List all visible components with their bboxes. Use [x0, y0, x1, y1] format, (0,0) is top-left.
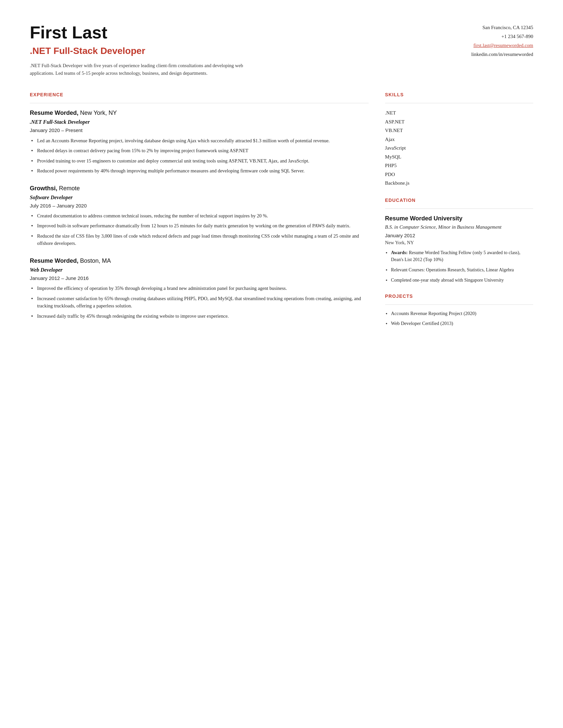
edu-bullet-2: Relevant Courses: Operations Research, S…: [385, 266, 533, 273]
bullet-item: Increased customer satisfaction by 65% t…: [30, 295, 369, 310]
project-item-2: Web Developer Certified (2013): [385, 320, 533, 327]
contact-phone: +1 234 567-890: [441, 32, 533, 41]
job-2-company: Growthsi, Remote: [30, 184, 369, 193]
skill-item: MySQL: [385, 153, 533, 161]
skills-section: SKILLS .NET ASP.NET VB.NET Ajax JavaScri…: [385, 91, 533, 188]
skills-list: .NET ASP.NET VB.NET Ajax JavaScript MySQ…: [385, 109, 533, 188]
skill-item: ASP.NET: [385, 117, 533, 126]
education-divider: [385, 208, 533, 209]
candidate-name: First Last: [30, 23, 441, 42]
edu-degree: B.S. in Computer Science, Minor in Busin…: [385, 224, 533, 231]
contact-linkedin: linkedin.com/in/resumeworded: [441, 50, 533, 59]
edu-location: New York, NY: [385, 239, 533, 247]
skill-item: JavaScript: [385, 144, 533, 153]
bullet-item: Created documentation to address common …: [30, 212, 369, 219]
skills-divider: [385, 103, 533, 103]
bullet-item: Reduced power requirements by 40% throug…: [30, 167, 369, 174]
header-section: First Last .NET Full-Stack Developer .NE…: [30, 23, 533, 77]
contact-address: San Francisco, CA 12345: [441, 23, 533, 32]
job-1-role: .NET Full-Stack Developer: [30, 118, 369, 126]
bullet-item: Led an Accounts Revenue Reporting projec…: [30, 137, 369, 144]
education-block: Resume Worded University B.S. in Compute…: [385, 214, 533, 284]
bullet-item: Improved the efficiency of operation by …: [30, 285, 369, 292]
bullet-item: Increased daily traffic by 45% through r…: [30, 312, 369, 320]
edu-school: Resume Worded University: [385, 214, 533, 223]
edu-bullet-1: Awards: Resume Worded Teaching Fellow (o…: [385, 249, 533, 263]
skill-item: PHP5: [385, 161, 533, 170]
edu-bullets: Awards: Resume Worded Teaching Fellow (o…: [385, 249, 533, 284]
job-1-company: Resume Worded, New York, NY: [30, 109, 369, 117]
projects-section: PROJECTS Accounts Revenue Reporting Proj…: [385, 293, 533, 327]
header-right: San Francisco, CA 12345 +1 234 567-890 f…: [441, 23, 533, 59]
skill-item: .NET: [385, 109, 533, 117]
bullet-item: Reduced the size of CSS files by 3,000 l…: [30, 232, 369, 247]
project-item-1: Accounts Revenue Reporting Project (2020…: [385, 310, 533, 317]
bullet-item: Provided training to over 15 engineers t…: [30, 157, 369, 164]
job-3-dates: January 2012 – June 2016: [30, 275, 369, 282]
job-1-dates: January 2020 – Present: [30, 127, 369, 134]
edu-bullet-1-text: Resume Worded Teaching Fellow (only 5 aw…: [391, 250, 521, 262]
contact-email[interactable]: first.last@resumeworded.com: [474, 43, 533, 48]
job-2: Growthsi, Remote Software Developer July…: [30, 184, 369, 247]
edu-bullet-3-text: Completed one-year study abroad with Sin…: [391, 278, 504, 283]
job-2-role: Software Developer: [30, 194, 369, 202]
job-3: Resume Worded, Boston, MA Web Developer …: [30, 256, 369, 320]
job-1: Resume Worded, New York, NY .NET Full-St…: [30, 109, 369, 174]
education-label: EDUCATION: [385, 197, 533, 204]
job-3-bullets: Improved the efficiency of operation by …: [30, 285, 369, 320]
bullet-item: Improved built-in software performance d…: [30, 222, 369, 229]
skill-item: Ajax: [385, 135, 533, 144]
bullet-item: Reduced delays in contract delivery paci…: [30, 147, 369, 154]
job-2-dates: July 2016 – January 2020: [30, 202, 369, 210]
edu-bullet-3: Completed one-year study abroad with Sin…: [385, 277, 533, 284]
edu-bullet-1-label: Awards:: [391, 250, 408, 255]
right-column: SKILLS .NET ASP.NET VB.NET Ajax JavaScri…: [385, 90, 533, 705]
skill-item: VB.NET: [385, 126, 533, 135]
projects-divider: [385, 304, 533, 305]
edu-bullet-2-text: Relevant Courses: Operations Research, S…: [391, 267, 514, 272]
experience-divider: [30, 103, 369, 103]
job-1-bullets: Led an Accounts Revenue Reporting projec…: [30, 137, 369, 175]
skills-label: SKILLS: [385, 91, 533, 98]
projects-label: PROJECTS: [385, 293, 533, 300]
left-column: EXPERIENCE Resume Worded, New York, NY .…: [30, 90, 369, 705]
education-section: EDUCATION Resume Worded University B.S. …: [385, 197, 533, 284]
main-body: EXPERIENCE Resume Worded, New York, NY .…: [30, 90, 533, 705]
job-3-company: Resume Worded, Boston, MA: [30, 256, 369, 265]
resume-page: First Last .NET Full-Stack Developer .NE…: [0, 0, 563, 728]
job-3-role: Web Developer: [30, 266, 369, 274]
candidate-title: .NET Full-Stack Developer: [30, 44, 441, 58]
header-left: First Last .NET Full-Stack Developer .NE…: [30, 23, 441, 77]
experience-label: EXPERIENCE: [30, 91, 369, 98]
skill-item: PDO: [385, 170, 533, 179]
experience-section: EXPERIENCE Resume Worded, New York, NY .…: [30, 91, 369, 320]
job-2-bullets: Created documentation to address common …: [30, 212, 369, 247]
projects-list: Accounts Revenue Reporting Project (2020…: [385, 310, 533, 327]
candidate-summary: .NET Full-Stack Developer with five year…: [30, 62, 261, 77]
skill-item: Backbone.js: [385, 179, 533, 188]
edu-date: January 2012: [385, 232, 533, 240]
